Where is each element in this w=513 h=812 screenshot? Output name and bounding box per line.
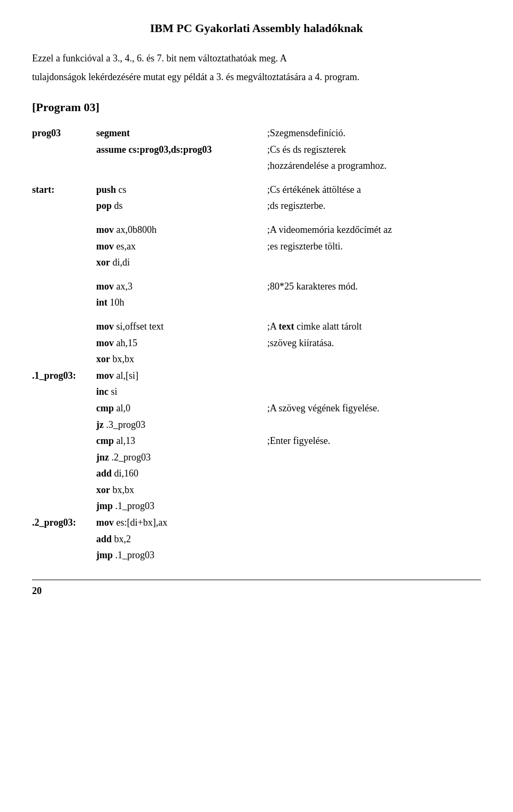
line-add-bx-2: add bx,2 <box>32 531 481 548</box>
line-assume: assume cs:prog03,ds:prog03 ;Cs és ds reg… <box>32 142 481 158</box>
xor1-instr: xor di,di <box>96 254 267 271</box>
mov6-instr: mov al,[si] <box>96 368 267 384</box>
page-number: 20 <box>32 585 42 596</box>
line-jz-3prog03: jz .3_prog03 <box>32 417 481 433</box>
mov4-comment-after: cimke alatt tárolt <box>294 321 362 332</box>
segment-comment: ;Szegmensdefiníció. <box>267 125 481 142</box>
page-title: IBM PC Gyakorlati Assembly haladóknak <box>32 21 481 35</box>
line-assume-comment2: ;hozzárendelése a programhoz. <box>32 158 481 174</box>
pop-instr: pop ds <box>96 198 267 214</box>
line-add-di-160: add di,160 <box>32 465 481 482</box>
cmp2-instr: cmp al,13 <box>96 433 267 449</box>
jz-instr: jz .3_prog03 <box>96 417 267 433</box>
line-prog03-segment: prog03 segment ;Szegmensdefiníció. <box>32 125 481 142</box>
line-push-cs: start: push cs ;Cs értékének áttöltése a <box>32 182 481 198</box>
mov2-instr: mov es,ax <box>96 238 267 255</box>
prog03-label: prog03 <box>32 125 96 142</box>
line-xor-bx-bx: xor bx,bx <box>32 351 481 368</box>
push-comment: ;Cs értékének áttöltése a <box>267 182 481 198</box>
code-block: prog03 segment ;Szegmensdefiníció. assum… <box>32 125 481 564</box>
assume-comment1: ;Cs és ds regiszterek <box>267 142 481 158</box>
mov3-comment: ;80*25 karakteres mód. <box>267 278 481 295</box>
start-label: start: <box>32 182 96 198</box>
jmp2-instr: jmp .1_prog03 <box>96 547 267 564</box>
pop-comment: ;ds regiszterbe. <box>267 198 481 214</box>
xor2-instr: xor bx,bx <box>96 351 267 368</box>
cmp1-comment: ;A szöveg végének figyelése. <box>267 400 481 417</box>
mov4-comment-bold: text <box>279 321 294 332</box>
jnz-instr: jnz .2_prog03 <box>96 449 267 466</box>
intro-line2: tulajdonságok lekérdezésére mutat egy pé… <box>32 70 481 84</box>
mov5-comment: ;szöveg kiíratása. <box>267 335 481 352</box>
line-jnz-2prog03: jnz .2_prog03 <box>32 449 481 466</box>
line-xor-di-di: xor di,di <box>32 254 481 271</box>
line-mov-es-ax: mov es,ax ;es regiszterbe tölti. <box>32 238 481 255</box>
mov3-instr: mov ax,3 <box>96 278 267 295</box>
segment-instr: segment <box>96 125 267 142</box>
int-instr: int 10h <box>96 294 267 311</box>
push-instr: push cs <box>96 182 267 198</box>
line-2prog03-mov-es-di-bx-ax: .2_prog03: mov es:[di+bx],ax <box>32 514 481 531</box>
line-xor3-bx-bx: xor bx,bx <box>32 482 481 498</box>
mov4-instr: mov si,offset text <box>96 318 267 335</box>
line-mov-ax-3: mov ax,3 ;80*25 karakteres mód. <box>32 278 481 295</box>
mov7-instr: mov es:[di+bx],ax <box>96 514 267 531</box>
line-inc-si: inc si <box>32 384 481 400</box>
assume-comment2: ;hozzárendelése a programhoz. <box>267 158 481 174</box>
line-cmp-al-0: cmp al,0 ;A szöveg végének figyelése. <box>32 400 481 417</box>
line-jmp1-1prog03: jmp .1_prog03 <box>32 498 481 514</box>
mov5-instr: mov ah,15 <box>96 335 267 352</box>
bottom-divider <box>32 580 481 580</box>
cmp1-instr: cmp al,0 <box>96 400 267 417</box>
mov4-comment-before: ;A <box>267 321 279 332</box>
line-jmp2-1prog03: jmp .1_prog03 <box>32 547 481 564</box>
label1-prog03: .1_prog03: <box>32 368 96 384</box>
mov4-comment: ;A text cimke alatt tárolt <box>267 318 481 335</box>
assume-instr: assume cs:prog03,ds:prog03 <box>96 142 267 158</box>
mov2-comment: ;es regiszterbe tölti. <box>267 238 481 255</box>
line-int-10h: int 10h <box>32 294 481 311</box>
line-mov-si-offset-text: mov si,offset text ;A text cimke alatt t… <box>32 318 481 335</box>
label2-prog03: .2_prog03: <box>32 514 96 531</box>
mov1-instr: mov ax,0b800h <box>96 222 267 238</box>
intro-line1: Ezzel a funkcióval a 3., 4., 6. és 7. bi… <box>32 51 481 66</box>
cmp2-comment: ;Enter figyelése. <box>267 433 481 449</box>
xor3-instr: xor bx,bx <box>96 482 267 498</box>
add-instr: add di,160 <box>96 465 267 482</box>
mov1-comment: ;A videomemória kezdőcímét az <box>267 222 481 238</box>
line-1prog03-mov-al-si: .1_prog03: mov al,[si] <box>32 368 481 384</box>
line-cmp-al-13: cmp al,13 ;Enter figyelése. <box>32 433 481 449</box>
inc-instr: inc si <box>96 384 267 400</box>
line-pop-ds: pop ds ;ds regiszterbe. <box>32 198 481 214</box>
section-heading: [Program 03] <box>32 100 481 114</box>
add2-instr: add bx,2 <box>96 531 267 548</box>
line-mov-ah-15: mov ah,15 ;szöveg kiíratása. <box>32 335 481 352</box>
line-mov-ax-0b800h: mov ax,0b800h ;A videomemória kezdőcímét… <box>32 222 481 238</box>
jmp1-instr: jmp .1_prog03 <box>96 498 267 514</box>
